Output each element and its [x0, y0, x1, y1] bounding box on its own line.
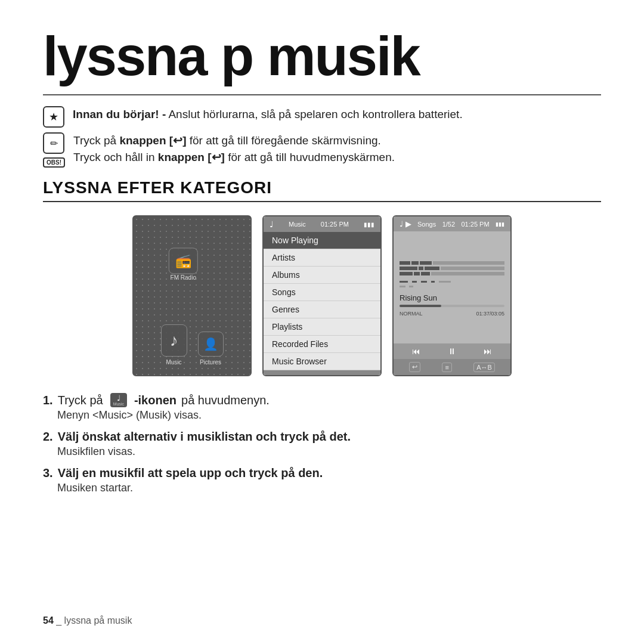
playback-controls[interactable]: ⏮ ⏸ ⏭: [394, 343, 510, 359]
step-1-suffix: på huvudmenyn.: [181, 394, 270, 407]
section-heading: LYSSNA EFTER KATEGORI: [43, 178, 601, 202]
step-3-bold: Välj en musikfil att spela upp och tryck…: [58, 466, 323, 480]
screen-now-playing: ♩ ▶ Songs 1/52 01:25 PM ▮▮▮: [392, 215, 512, 376]
main-title: lyssna p musik: [43, 29, 601, 83]
menu-recorded-files[interactable]: Recorded Files: [264, 336, 380, 353]
ab-repeat-icon[interactable]: A↔B: [473, 363, 495, 372]
screen3-count: 1/52: [442, 221, 455, 228]
back-icon: ↩: [318, 374, 326, 376]
info-row-1: ★ Innan du börjar! - Anslut hörlurarna, …: [43, 106, 601, 128]
page-footer: 54 _ lyssna på musik: [43, 615, 132, 626]
equalizer-area: Rising Sun NORMAL 01:37/03:05: [394, 231, 510, 343]
footer-page-text: _ lyssna på musik: [56, 615, 132, 626]
screen1-bottom-icons: ♪ Music 👤 Pictures: [161, 324, 224, 366]
menu-albums[interactable]: Albums: [264, 267, 380, 284]
info-text-2: Tryck på knappen [↩] för att gå till för…: [73, 132, 395, 165]
screen2-footer: ↩: [264, 370, 380, 376]
info-text-1: Innan du börjar! - Anslut hörlurarna, sl…: [73, 106, 463, 123]
step-3: 3. Välj en musikfil att spela upp och tr…: [43, 466, 601, 494]
footer-page-number: 54: [43, 615, 54, 626]
screen3-label: Songs: [417, 221, 436, 228]
step-3-main: 3. Välj en musikfil att spela upp och tr…: [43, 466, 601, 480]
prev-button[interactable]: ⏮: [412, 346, 420, 356]
screen2-header-label: Music: [289, 221, 306, 228]
music-inline-icon: ♩ Music: [110, 393, 127, 407]
step-1-main: 1. Tryck på ♩ Music -ikonen på huvudmeny…: [43, 393, 601, 407]
menu-songs[interactable]: Songs: [264, 284, 380, 301]
song-info-row: NORMAL 01:37/03:05: [400, 311, 504, 317]
step-2-number: 2.: [43, 430, 53, 444]
screen3-footer: ↩ ≡ A↔B: [394, 359, 510, 375]
info-row-2: ✏ OBS! Tryck på knappen [↩] för att gå t…: [43, 132, 601, 168]
progress-bar: [400, 305, 504, 307]
pause-button[interactable]: ⏸: [448, 346, 456, 356]
step-1-bold: -ikonen: [134, 394, 177, 407]
step-2-sub: Musikfilen visas.: [43, 445, 601, 458]
step-1-sub: Menyn <Music> (Musik) visas.: [43, 409, 601, 422]
step-3-number: 3.: [43, 466, 53, 480]
info-section: ★ Innan du börjar! - Anslut hörlurarna, …: [43, 106, 601, 168]
star-icon: ★: [43, 106, 64, 128]
step-2-bold: Välj önskat alternativ i musiklistan och…: [58, 430, 351, 444]
menu-artists[interactable]: Artists: [264, 249, 380, 267]
screen-music-menu: ♩ Music 01:25 PM ▮▮▮ Now Playing Artists…: [262, 215, 382, 376]
progress-fill: [400, 305, 441, 307]
screen3-header: ♩ ▶ Songs 1/52 01:25 PM ▮▮▮: [394, 216, 510, 231]
menu-playlists[interactable]: Playlists: [264, 318, 380, 336]
step-2-main: 2. Välj önskat alternativ i musiklistan …: [43, 430, 601, 444]
music-note-icon: ♩: [270, 219, 274, 229]
eq-visualization: [400, 261, 504, 287]
step-3-sub: Musiken startar.: [43, 482, 601, 494]
menu-genres[interactable]: Genres: [264, 301, 380, 318]
menu-now-playing[interactable]: Now Playing: [264, 232, 380, 249]
list-icon[interactable]: ≡: [442, 363, 451, 372]
title-divider: [43, 94, 601, 95]
pictures-icon-item: 👤 Pictures: [198, 332, 224, 366]
music-menu-list: Now Playing Artists Albums Songs Genres …: [264, 232, 380, 370]
pen-icon: ✏: [43, 132, 64, 154]
screen3-music-icon: ♩ ▶: [400, 219, 411, 228]
screen2-header: ♩ Music 01:25 PM ▮▮▮: [264, 216, 380, 232]
obs-label: OBS!: [43, 157, 65, 168]
screen-device-home: 📻 FM Radio ♪ Music 👤: [132, 215, 252, 376]
next-button[interactable]: ⏭: [484, 346, 492, 356]
step-1-number: 1.: [43, 394, 53, 407]
screen3-time: 01:25 PM: [461, 221, 489, 228]
screenshots-row: 📻 FM Radio ♪ Music 👤: [43, 215, 601, 376]
steps-section: 1. Tryck på ♩ Music -ikonen på huvudmeny…: [43, 393, 601, 494]
mode-label: NORMAL: [400, 311, 423, 317]
screen3-battery: ▮▮▮: [496, 221, 504, 227]
step-1-prefix: Tryck på: [58, 394, 103, 407]
menu-music-browser[interactable]: Music Browser: [264, 353, 380, 370]
step-2: 2. Välj önskat alternativ i musiklistan …: [43, 430, 601, 458]
time-display: 01:37/03:05: [476, 311, 504, 317]
screen2-time: 01:25 PM: [321, 221, 349, 228]
music-icon-item: ♪ Music: [161, 324, 187, 366]
song-title: Rising Sun: [400, 293, 504, 302]
step-1: 1. Tryck på ♩ Music -ikonen på huvudmeny…: [43, 393, 601, 422]
back-footer-icon[interactable]: ↩: [409, 362, 420, 372]
fm-radio-icon-area: 📻 FM Radio: [169, 247, 198, 280]
battery-icon: ▮▮▮: [364, 221, 374, 228]
fm-radio-label: FM Radio: [171, 274, 196, 280]
